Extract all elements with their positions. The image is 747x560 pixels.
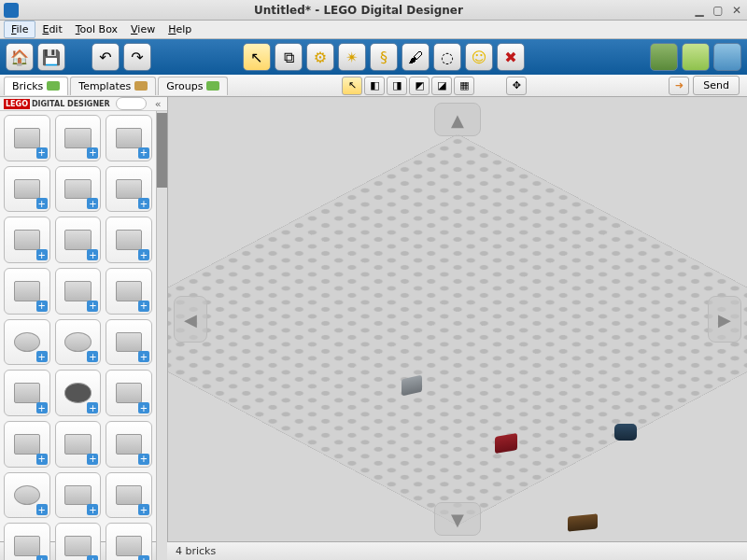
brick-item[interactable] — [106, 268, 152, 315]
select-type[interactable]: ◪ — [431, 77, 452, 95]
brick-item[interactable] — [106, 421, 152, 468]
brick-item[interactable] — [55, 319, 102, 366]
sidebar-header: LEGODIGITAL DESIGNER « — [0, 97, 167, 111]
brick-item[interactable] — [55, 115, 102, 161]
menu-help[interactable]: Help — [162, 21, 198, 37]
brick-item[interactable] — [55, 166, 102, 213]
baseplate[interactable] — [168, 133, 747, 525]
scene-blue-button[interactable] — [713, 43, 741, 71]
menu-bar: File Edit Tool Box View Help — [0, 21, 747, 39]
palette-scrollbar[interactable] — [156, 111, 167, 560]
brick-item[interactable] — [4, 217, 50, 263]
brick-item[interactable] — [55, 268, 102, 315]
paint-tool[interactable]: 🖌 — [402, 43, 430, 71]
brick-item[interactable] — [4, 472, 50, 519]
brick-item[interactable] — [55, 370, 102, 416]
app-icon — [4, 3, 19, 18]
home-button[interactable]: 🏠 — [6, 43, 34, 71]
logo: LEGODIGITAL DESIGNER — [4, 100, 110, 108]
brick-item[interactable] — [106, 166, 152, 213]
sidebar: LEGODIGITAL DESIGNER « — [0, 97, 168, 541]
orbit-up[interactable]: ▲ — [434, 103, 481, 136]
template-icon — [134, 81, 148, 91]
maximize-button[interactable]: ▢ — [712, 4, 725, 17]
build-canvas[interactable]: ▲ ▼ ◀ ▶ — [168, 97, 747, 541]
selection-tools: ↖ ◧ ◨ ◩ ◪ ▦ ✥ — [342, 77, 527, 95]
brick-icon — [47, 81, 60, 91]
brick-item[interactable] — [106, 370, 152, 416]
brick-item[interactable] — [4, 523, 50, 560]
brick-search-input[interactable] — [116, 97, 147, 110]
undo-button[interactable]: ↶ — [92, 43, 120, 71]
collapse-sidebar[interactable]: « — [152, 98, 163, 110]
brick-item[interactable] — [106, 217, 152, 263]
minimize-button[interactable]: ▁ — [693, 4, 706, 17]
status-brick-count: 4 bricks — [176, 545, 216, 557]
brick-item[interactable] — [106, 472, 152, 519]
tab-templates-label: Templates — [78, 80, 131, 92]
menu-file[interactable]: File — [4, 21, 35, 38]
brick-palette — [0, 111, 156, 560]
select-all[interactable]: ▦ — [454, 77, 474, 95]
select-color[interactable]: ◧ — [364, 77, 385, 95]
menu-toolbox[interactable]: Tool Box — [69, 21, 124, 37]
sub-toolbar: Bricks Templates Groups ↖ ◧ ◨ ◩ ◪ ▦ ✥ ➜ … — [0, 75, 747, 97]
group-icon — [206, 81, 219, 91]
delete-tool[interactable]: ✖ — [497, 43, 525, 71]
brick-item[interactable] — [55, 421, 102, 468]
pointer-tool[interactable]: ↖ — [243, 43, 271, 71]
brick-item[interactable] — [55, 472, 102, 519]
hinge-tool[interactable]: ⚙ — [306, 43, 334, 71]
brick-item[interactable] — [106, 523, 152, 560]
redo-button[interactable]: ↷ — [123, 43, 151, 71]
toolbar-main: 🏠 💾 ↶ ↷ ↖ ⧉ ⚙ ✴ § 🖌 ◌ ☺ ✖ — [0, 39, 747, 75]
brick-item[interactable] — [4, 421, 50, 468]
brick-item[interactable] — [4, 166, 50, 213]
brick-item[interactable] — [55, 217, 102, 263]
brick-item[interactable] — [55, 523, 102, 560]
menu-edit[interactable]: Edit — [35, 21, 68, 37]
scene-green-button[interactable] — [682, 43, 710, 71]
hinge-align-tool[interactable]: ✴ — [338, 43, 366, 71]
brick-item[interactable] — [4, 319, 50, 366]
tab-bricks-label: Bricks — [12, 80, 43, 92]
select-shape[interactable]: ◨ — [387, 77, 407, 95]
brick-item[interactable] — [106, 319, 152, 366]
minifig-tool[interactable]: ☺ — [465, 43, 493, 71]
orbit-down[interactable]: ▼ — [434, 502, 481, 536]
terrain-button[interactable] — [650, 43, 678, 71]
brick-item[interactable] — [4, 115, 50, 161]
save-button[interactable]: 💾 — [37, 43, 65, 71]
hide-tool[interactable]: ◌ — [433, 43, 461, 71]
flex-tool[interactable]: § — [370, 43, 398, 71]
tab-templates[interactable]: Templates — [70, 77, 156, 95]
brick-item[interactable] — [106, 115, 152, 161]
brick-item[interactable] — [4, 268, 50, 315]
window-titlebar: Untitled* - LEGO Digital Designer ▁ ▢ ✕ — [0, 0, 747, 21]
send-button[interactable]: Send — [693, 76, 740, 95]
select-connected[interactable]: ◩ — [409, 77, 430, 95]
window-title: Untitled* - LEGO Digital Designer — [24, 4, 693, 17]
select-single[interactable]: ↖ — [342, 77, 362, 95]
orbit-left[interactable]: ◀ — [174, 296, 207, 343]
tab-groups[interactable]: Groups — [158, 77, 228, 95]
main-area: LEGODIGITAL DESIGNER « — [0, 97, 747, 541]
piece-dark-blue[interactable] — [614, 424, 637, 441]
menu-view[interactable]: View — [124, 21, 162, 37]
tab-groups-label: Groups — [166, 80, 203, 92]
tab-bricks[interactable]: Bricks — [4, 77, 68, 95]
orbit-right[interactable]: ▶ — [708, 296, 741, 343]
clone-tool[interactable]: ⧉ — [275, 43, 303, 71]
send-icon[interactable]: ➜ — [669, 77, 689, 95]
brick-item[interactable] — [4, 370, 50, 416]
close-button[interactable]: ✕ — [730, 4, 743, 17]
camera-tool[interactable]: ✥ — [506, 77, 527, 95]
piece-brown[interactable] — [568, 513, 598, 531]
